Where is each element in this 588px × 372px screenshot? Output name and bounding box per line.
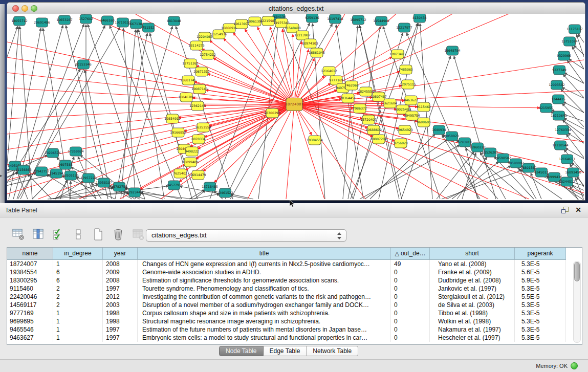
cell-title[interactable]: Estimation of the future numbers of pati… — [138, 325, 391, 334]
column-header-name[interactable]: name — [7, 248, 53, 260]
graph-node[interactable]: 16353554 — [195, 123, 211, 132]
graph-node[interactable]: 10688609 — [365, 125, 382, 135]
graph-node[interactable]: 8813048 — [167, 16, 181, 26]
cell-pagerank[interactable]: 5.3E-5 — [515, 260, 566, 268]
cell-short[interactable]: Tibbo et al. (1998) — [430, 309, 515, 317]
graph-node[interactable]: 16782759 — [111, 182, 127, 191]
graph-node[interactable]: 7986372 — [353, 104, 367, 113]
cell-name[interactable]: 18724007 — [7, 260, 53, 268]
cell-year[interactable]: 2012 — [103, 293, 138, 301]
graph-node[interactable]: 18300295 — [264, 108, 280, 118]
graph-node[interactable]: 7625402 — [173, 169, 187, 178]
graph-node[interactable]: 12751262 — [182, 59, 199, 68]
cell-name[interactable]: 22420046 — [7, 293, 53, 301]
cell-in_degree[interactable]: 1 — [53, 309, 103, 317]
graph-node[interactable]: 18245554 — [358, 87, 374, 96]
graph-node[interactable]: 12362145 — [189, 101, 206, 111]
cell-short[interactable]: Jankovic et al. (1997) — [430, 285, 515, 293]
graph-node[interactable]: 20153346 — [75, 60, 92, 69]
graph-node[interactable]: 10973493 — [389, 50, 406, 59]
graph-node[interactable]: 20206576 — [45, 148, 61, 158]
cell-in_degree[interactable]: 2 — [53, 301, 103, 309]
cell-out_degree[interactable]: 0 — [391, 276, 430, 285]
graph-node[interactable]: 18114275 — [188, 41, 205, 50]
graph-node[interactable]: 8215955 — [539, 103, 553, 113]
graph-node[interactable]: 16046786 — [178, 93, 194, 102]
cell-title[interactable]: Changes of HCN gene expression and I(f) … — [138, 260, 391, 268]
graph-node[interactable]: 12217977 — [396, 23, 412, 32]
column-header-short[interactable]: short — [430, 248, 515, 260]
cell-in_degree[interactable]: 1 — [53, 325, 103, 334]
graph-node[interactable]: 9498222 — [185, 147, 199, 156]
graph-node[interactable]: 11544909 — [373, 16, 389, 26]
cell-out_degree[interactable]: 0 — [391, 301, 430, 309]
scrollbar-thumb[interactable] — [574, 262, 580, 281]
memory-ok-indicator[interactable] — [571, 362, 578, 369]
graph-node[interactable]: 16861045 — [309, 48, 325, 57]
cell-in_degree[interactable]: 1 — [53, 317, 103, 325]
cell-pagerank[interactable]: 5.3E-5 — [515, 325, 566, 334]
cell-year[interactable]: 1998 — [103, 317, 138, 325]
table-mode-button[interactable] — [11, 227, 26, 242]
citation-network-graph[interactable]: 1405571220691406106532871527602646616010… — [7, 14, 584, 200]
cell-title[interactable]: Genome-wide association studies in ADHD. — [138, 268, 391, 276]
cell-pagerank[interactable]: 5.3E-5 — [515, 317, 566, 325]
graph-node[interactable]: 15720407 — [360, 115, 377, 124]
graph-node[interactable]: 8958923 — [445, 132, 459, 141]
table-row[interactable]: 946362711997Embryonic stem cells: a mode… — [7, 334, 582, 342]
graph-node[interactable]: 12754212 — [200, 50, 216, 59]
float-panel-icon[interactable] — [561, 207, 569, 213]
graph-node[interactable]: 13958107 — [96, 178, 112, 187]
cell-title[interactable]: Embryonic stem cells: a model to study s… — [138, 334, 391, 342]
graph-node[interactable]: 20364456 — [340, 94, 356, 103]
create-new-column-button[interactable] — [91, 227, 105, 242]
cell-name[interactable]: 19384554 — [7, 268, 53, 276]
graph-node[interactable]: 12461522 — [217, 188, 233, 198]
cell-out_degree[interactable]: 0 — [391, 334, 430, 342]
cell-short[interactable]: Hescheler et al. (1997) — [430, 334, 515, 342]
cell-short[interactable]: Franke et al. (2009) — [430, 268, 515, 276]
cell-short[interactable]: Dudbridge et al. (2008) — [430, 276, 515, 285]
west-panel-expand-arrow[interactable]: ▸ — [0, 173, 3, 178]
graph-node[interactable]: 15751074 — [561, 37, 578, 46]
table-row[interactable]: 969969511998Structural magnetic resonanc… — [7, 317, 582, 325]
graph-node[interactable]: 20671312 — [193, 67, 210, 76]
cell-year[interactable]: 1997 — [103, 334, 138, 342]
cell-title[interactable]: Tourette syndrome. Phenomenology and cla… — [138, 285, 391, 293]
cell-year[interactable]: 2008 — [103, 276, 138, 285]
column-header-pagerank[interactable]: pagerank — [515, 248, 566, 260]
graph-node[interactable]: 7485063 — [399, 65, 413, 74]
graph-node[interactable]: 11156863 — [15, 165, 32, 174]
graph-node[interactable]: 17957223 — [80, 173, 97, 183]
cell-pagerank[interactable]: 5.6E-5 — [515, 268, 566, 276]
cell-pagerank[interactable]: 5.3E-5 — [515, 334, 566, 342]
table-row[interactable]: 1830029562008Estimation of significance … — [7, 276, 582, 285]
graph-node[interactable]: 10653287 — [56, 15, 73, 25]
graph-node[interactable]: 15718485 — [202, 182, 218, 191]
graph-node[interactable]: 1621604 — [383, 99, 397, 108]
graph-node[interactable]: 9699695 — [417, 118, 431, 127]
select-all-columns-button[interactable] — [51, 227, 66, 242]
table-row[interactable]: 977716911998Corpus callosum shape and si… — [7, 309, 582, 317]
cell-short[interactable]: de Silva et al. (2003) — [430, 301, 515, 309]
cell-short[interactable]: Yano et al. (2008) — [430, 260, 515, 268]
cell-name[interactable]: 9115460 — [7, 285, 53, 293]
graph-node[interactable]: 11175107 — [567, 25, 583, 34]
cell-year[interactable]: 1997 — [103, 285, 138, 293]
table-row[interactable]: 911546021997Tourette syndrome. Phenomeno… — [7, 285, 582, 293]
table-row[interactable]: 1456911722003Disruption of a novel membe… — [7, 301, 582, 309]
cell-name[interactable]: 9699695 — [7, 317, 53, 325]
graph-node[interactable]: 10974303 — [302, 39, 318, 48]
cell-name[interactable]: 18300295 — [7, 276, 53, 285]
delete-columns-button[interactable] — [111, 227, 125, 242]
graph-node[interactable]: 13681745 — [180, 76, 197, 85]
cell-in_degree[interactable]: 1 — [53, 334, 103, 342]
column-header-in_degree[interactable]: in_degree — [53, 248, 103, 260]
graph-node[interactable]: 9463627 — [404, 96, 418, 105]
cell-out_degree[interactable]: 0 — [391, 285, 430, 293]
graph-node[interactable]: 8878334 — [191, 135, 206, 144]
cell-year[interactable]: 2003 — [103, 301, 138, 309]
cell-name[interactable]: 14569117 — [7, 301, 53, 309]
cell-pagerank[interactable]: 5.9E-5 — [515, 276, 566, 285]
graph-node[interactable]: 9115460 — [417, 102, 431, 112]
